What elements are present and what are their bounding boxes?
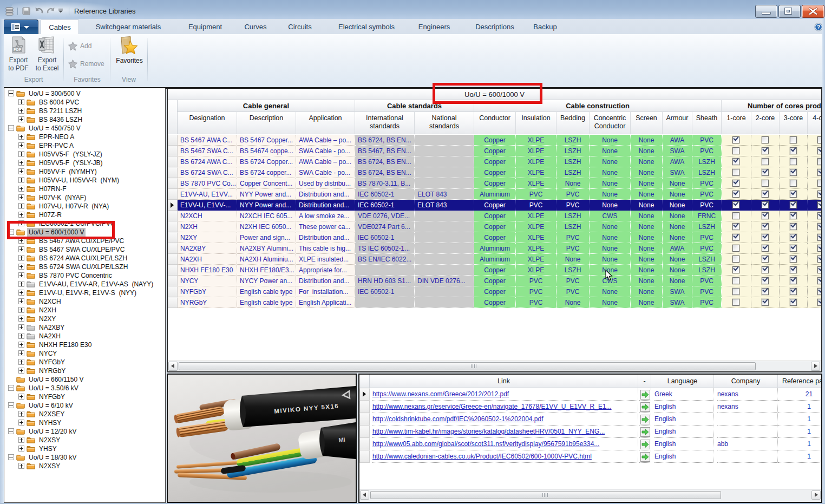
svg-text:MI: MI: [338, 436, 346, 443]
svg-text:PDF: PDF: [14, 48, 22, 51]
svg-text:?: ?: [817, 24, 820, 30]
